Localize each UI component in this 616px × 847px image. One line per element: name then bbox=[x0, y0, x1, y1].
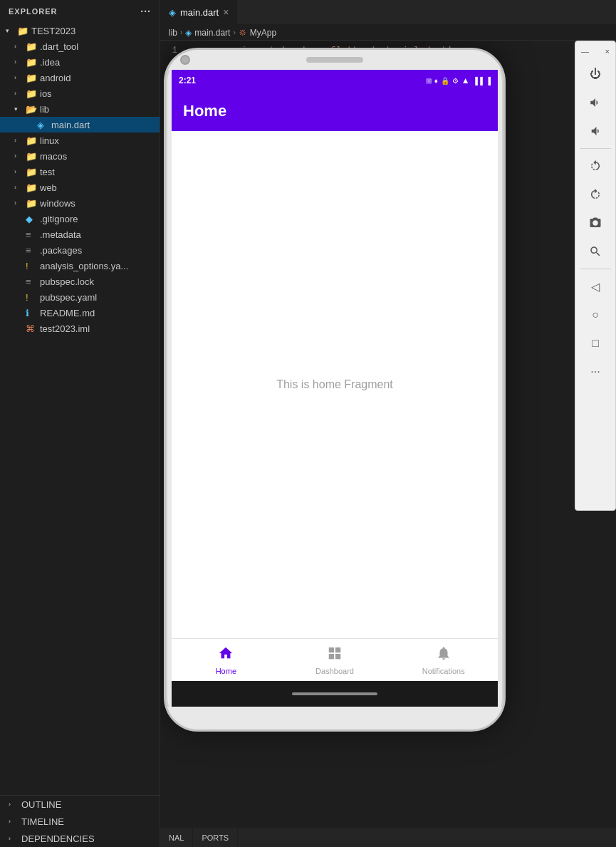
chevron-down-icon: ▾ bbox=[14, 105, 26, 113]
tab-close-button[interactable]: × bbox=[223, 6, 229, 18]
sidebar-item-dependencies[interactable]: › DEPENDENCIES bbox=[0, 830, 160, 847]
sidebar-item-outline[interactable]: › OUTLINE bbox=[0, 796, 160, 813]
sidebar-item-label: .idea bbox=[40, 57, 60, 68]
sidebar-item-linux[interactable]: › 📁 linux bbox=[0, 132, 160, 148]
sidebar-item-label: analysis_options.ya... bbox=[40, 261, 128, 271]
back-button[interactable]: ◁ bbox=[583, 274, 608, 299]
info-icon: ℹ bbox=[26, 308, 37, 318]
zoom-button[interactable] bbox=[583, 239, 608, 264]
volume-down-button[interactable] bbox=[583, 118, 608, 144]
chevron-right-icon: › bbox=[14, 168, 26, 175]
sidebar-item-lib[interactable]: ▾ 📂 lib bbox=[0, 101, 160, 117]
sidebar-item-packages[interactable]: ≡ .packages bbox=[0, 242, 160, 258]
sidebar-item-label: web bbox=[40, 182, 57, 193]
sidebar-item-gitignore[interactable]: ◆ .gitignore bbox=[0, 211, 160, 227]
sidebar-item-macos[interactable]: › 📁 macos bbox=[0, 148, 160, 164]
sidebar-item-label: test2023.iml bbox=[40, 323, 90, 334]
sidebar-item-test[interactable]: › 📁 test bbox=[0, 164, 160, 180]
sidebar-item-label: .packages bbox=[40, 245, 82, 256]
sidebar-item-label: TIMELINE bbox=[21, 816, 64, 827]
sidebar-bottom-sections: › OUTLINE › TIMELINE › DEPENDENCIES bbox=[0, 795, 160, 847]
chevron-right-icon: › bbox=[14, 58, 26, 66]
warning-icon: ! bbox=[26, 261, 37, 271]
rotate-cw-button[interactable] bbox=[583, 182, 608, 207]
sidebar-item-label: pubspec.lock bbox=[40, 276, 94, 287]
recent-button[interactable]: □ bbox=[583, 331, 608, 356]
breadcrumb-separator: › bbox=[180, 28, 182, 36]
sidebar-item-label: test bbox=[40, 167, 55, 177]
sidebar-item-label: lib bbox=[40, 104, 49, 115]
tab-main-dart[interactable]: ◈ main.dart × bbox=[160, 0, 238, 24]
xml-icon: ⌘ bbox=[26, 323, 37, 334]
folder-open-icon: 📂 bbox=[26, 104, 37, 115]
sidebar-more-icon[interactable]: ··· bbox=[140, 6, 151, 17]
sidebar-item-timeline[interactable]: › TIMELINE bbox=[0, 813, 160, 830]
panel-tab-label: PORTS bbox=[202, 833, 229, 842]
sidebar-item-idea[interactable]: › 📁 .idea bbox=[0, 54, 160, 70]
sidebar-item-label: OUTLINE bbox=[21, 799, 61, 810]
device-controls-panel: — × ⏻ ◁ ○ bbox=[575, 41, 616, 511]
sidebar-item-label: macos bbox=[40, 151, 67, 162]
chevron-down-icon: ▾ bbox=[6, 27, 17, 34]
sidebar-item-main-dart[interactable]: ◈ main.dart bbox=[0, 117, 160, 132]
sidebar: EXPLORER ··· ▾ 📁 TEST2023 › 📁 .dart_tool… bbox=[0, 0, 160, 847]
home-device-button[interactable]: ○ bbox=[583, 302, 608, 328]
breadcrumb-class-icon: ⛭ bbox=[239, 28, 247, 38]
editor-area[interactable]: 1 import 'package:flutter/material.dart'… bbox=[160, 41, 616, 827]
chevron-right-icon: › bbox=[14, 137, 26, 144]
folder-icon: 📁 bbox=[26, 57, 37, 68]
dart-file-icon: ◈ bbox=[37, 120, 48, 130]
sidebar-item-label: ios bbox=[40, 88, 52, 99]
sidebar-item-pubspec-lock[interactable]: ≡ pubspec.lock bbox=[0, 274, 160, 289]
sidebar-item-analysis[interactable]: ! analysis_options.ya... bbox=[0, 258, 160, 274]
meta-icon: ≡ bbox=[26, 229, 37, 240]
chevron-right-icon: › bbox=[9, 818, 20, 825]
panel-tab-nal[interactable]: NAL bbox=[160, 828, 193, 848]
camera-button[interactable] bbox=[583, 210, 608, 236]
sidebar-item-label: DEPENDENCIES bbox=[21, 833, 95, 844]
sidebar-item-dart-tool[interactable]: › 📁 .dart_tool bbox=[0, 38, 160, 54]
chevron-right-icon: › bbox=[14, 90, 26, 97]
power-button[interactable]: ⏻ bbox=[583, 61, 608, 87]
chevron-right-icon: › bbox=[14, 152, 26, 160]
breadcrumb-file: main.dart bbox=[194, 28, 230, 38]
tab-label: main.dart bbox=[180, 7, 219, 18]
sidebar-item-label: .gitignore bbox=[40, 214, 78, 224]
panel-tab-label: NAL bbox=[169, 833, 184, 842]
sidebar-item-ios[interactable]: › 📁 ios bbox=[0, 85, 160, 101]
sidebar-item-label: .dart_tool bbox=[40, 41, 78, 52]
close-button[interactable]: × bbox=[605, 47, 610, 56]
sidebar-item-root[interactable]: ▾ 📁 TEST2023 bbox=[0, 23, 160, 38]
panel-tab-ports[interactable]: PORTS bbox=[193, 828, 238, 848]
tab-bar: ◈ main.dart × bbox=[160, 0, 616, 25]
folder-icon: 📁 bbox=[26, 88, 37, 99]
folder-icon: 📁 bbox=[26, 135, 37, 146]
git-icon: ◆ bbox=[26, 214, 37, 224]
line-content: import 'package:flutter/material.dart'; bbox=[186, 41, 458, 66]
sidebar-item-web[interactable]: › 📁 web bbox=[0, 180, 160, 195]
sidebar-item-label: README.md bbox=[40, 308, 95, 318]
folder-icon: 📁 bbox=[26, 73, 37, 83]
meta-icon: ≡ bbox=[26, 245, 37, 256]
sidebar-item-readme[interactable]: ℹ README.md bbox=[0, 305, 160, 321]
rotate-button[interactable] bbox=[583, 153, 608, 179]
more-button[interactable]: ··· bbox=[583, 359, 608, 385]
sidebar-item-iml[interactable]: ⌘ test2023.iml bbox=[0, 321, 160, 336]
sidebar-item-windows[interactable]: › 📁 windows bbox=[0, 195, 160, 211]
sidebar-item-label: android bbox=[40, 73, 71, 83]
divider bbox=[580, 269, 612, 269]
sidebar-item-label: linux bbox=[40, 135, 59, 146]
sidebar-item-metadata[interactable]: ≡ .metadata bbox=[0, 227, 160, 242]
folder-icon: 📁 bbox=[26, 151, 37, 162]
editor-line-1: 1 import 'package:flutter/material.dart'… bbox=[160, 43, 616, 57]
sidebar-item-android[interactable]: › 📁 android bbox=[0, 70, 160, 85]
minimize-button[interactable]: — bbox=[581, 47, 589, 56]
sidebar-title: EXPLORER bbox=[9, 7, 58, 16]
sidebar-header-actions: ··· bbox=[140, 6, 151, 17]
breadcrumb-separator: › bbox=[233, 28, 235, 36]
breadcrumb: lib › ◈ main.dart › ⛭ MyApp bbox=[160, 25, 616, 41]
volume-up-button[interactable] bbox=[583, 90, 608, 115]
sidebar-item-pubspec-yaml[interactable]: ! pubspec.yaml bbox=[0, 289, 160, 305]
sidebar-item-label: .metadata bbox=[40, 229, 81, 240]
sidebar-header: EXPLORER ··· bbox=[0, 0, 160, 23]
